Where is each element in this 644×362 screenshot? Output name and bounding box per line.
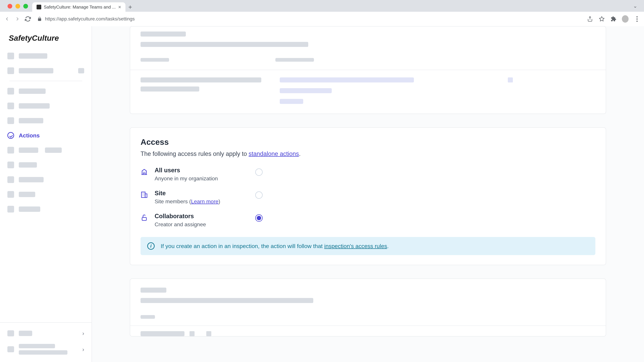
access-title: Access	[140, 137, 595, 147]
option-title: Site	[155, 190, 248, 197]
sidebar-item-label: Actions	[19, 132, 40, 139]
sidebar-item-actions[interactable]: Actions	[8, 132, 84, 139]
tab-bar: SafetyCulture: Manage Teams and ... × + …	[0, 0, 644, 12]
nav-skeleton-item	[8, 117, 84, 124]
share-icon[interactable]	[587, 15, 593, 22]
access-option-collaborators: Collaborators Creator and assignee	[140, 213, 595, 228]
nav-skeleton-item	[8, 103, 84, 109]
skeleton-card-top	[130, 26, 606, 114]
tab-close-icon[interactable]: ×	[118, 4, 121, 10]
nav-divider	[10, 81, 82, 81]
logo[interactable]: SafetyCulture	[0, 33, 92, 53]
address-bar[interactable]: https://app.safetyculture.com/tasks/sett…	[35, 16, 583, 22]
option-title: All users	[155, 167, 248, 174]
reload-button[interactable]	[24, 15, 31, 22]
browser-chrome: SafetyCulture: Manage Teams and ... × + …	[0, 0, 644, 26]
sidebar-bottom-item[interactable]: ›	[8, 344, 84, 355]
back-button[interactable]	[4, 15, 10, 22]
access-desc-prefix: The following access rules only apply to	[140, 150, 248, 157]
radio-all-users[interactable]	[255, 168, 263, 176]
chevron-right-icon: ›	[82, 346, 84, 353]
bookmark-icon[interactable]	[598, 15, 605, 22]
svg-rect-3	[142, 217, 146, 220]
nav-top-section: Actions	[0, 53, 92, 213]
browser-actions	[587, 15, 640, 22]
browser-tab[interactable]: SafetyCulture: Manage Teams and ... ×	[32, 2, 126, 12]
svg-rect-2	[145, 194, 147, 198]
svg-rect-1	[142, 192, 145, 198]
chevron-right-icon: ›	[82, 330, 84, 337]
tab-title: SafetyCulture: Manage Teams and ...	[44, 4, 116, 10]
option-subtitle: Anyone in my organization	[155, 175, 248, 182]
access-option-all-users: All users Anyone in my organization	[140, 167, 595, 182]
info-banner: i If you create an action in an inspecti…	[140, 237, 595, 255]
lock-open-icon	[140, 214, 148, 221]
url-bar: https://app.safetyculture.com/tasks/sett…	[0, 12, 644, 26]
nav-skeleton-item	[8, 53, 84, 59]
check-circle-icon	[8, 132, 14, 139]
radio-collaborators[interactable]	[255, 214, 263, 222]
building-icon	[140, 168, 148, 175]
forward-button[interactable]	[14, 15, 21, 22]
tabs-dropdown-icon[interactable]: ⌄	[633, 3, 637, 9]
access-options: All users Anyone in my organization Site…	[140, 167, 595, 228]
favicon-icon	[36, 5, 41, 9]
nav-skeleton-item	[8, 67, 84, 74]
access-card: Access The following access rules only a…	[130, 127, 606, 265]
standalone-actions-link[interactable]: standalone actions	[248, 150, 299, 157]
nav-skeleton-item	[8, 176, 84, 183]
inspection-access-rules-link[interactable]: inspection's access rules	[324, 243, 387, 249]
option-subtitle: Site members (Learn more)	[155, 198, 248, 205]
svg-marker-0	[600, 16, 604, 21]
option-title: Collaborators	[155, 213, 248, 220]
profile-avatar[interactable]	[622, 15, 628, 22]
window-minimize-icon[interactable]	[16, 4, 20, 8]
nav-skeleton-item	[8, 191, 84, 198]
info-text: If you create an action in an inspection…	[161, 243, 389, 249]
access-option-site: Site Site members (Learn more)	[140, 190, 595, 205]
lock-icon	[37, 16, 42, 21]
nav-skeleton-item	[8, 206, 84, 213]
app-container: SafetyCulture	[0, 26, 644, 362]
sidebar-bottom: › ›	[0, 322, 92, 362]
new-tab-button[interactable]: +	[126, 2, 135, 12]
site-icon	[140, 191, 148, 198]
sidebar-bottom-item[interactable]: ›	[8, 330, 84, 337]
window-maximize-icon[interactable]	[23, 4, 28, 8]
menu-icon[interactable]	[634, 15, 640, 22]
sidebar: SafetyCulture	[0, 26, 92, 362]
access-description: The following access rules only apply to…	[140, 150, 595, 157]
nav-skeleton-item	[8, 162, 84, 168]
nav-skeleton-item	[8, 147, 84, 153]
option-subtitle: Creator and assignee	[155, 221, 248, 228]
info-icon: i	[147, 242, 155, 250]
main-content: Access The following access rules only a…	[92, 26, 644, 362]
extensions-icon[interactable]	[610, 15, 617, 22]
skeleton-card-bottom	[130, 279, 606, 337]
radio-site[interactable]	[255, 191, 263, 199]
logo-text: SafetyCulture	[9, 33, 59, 42]
window-close-icon[interactable]	[8, 4, 12, 8]
learn-more-link[interactable]: Learn more	[191, 198, 218, 204]
access-desc-suffix: .	[299, 150, 301, 157]
nav-skeleton-item	[8, 88, 84, 94]
window-controls	[3, 4, 32, 12]
url-text: https://app.safetyculture.com/tasks/sett…	[45, 16, 135, 22]
